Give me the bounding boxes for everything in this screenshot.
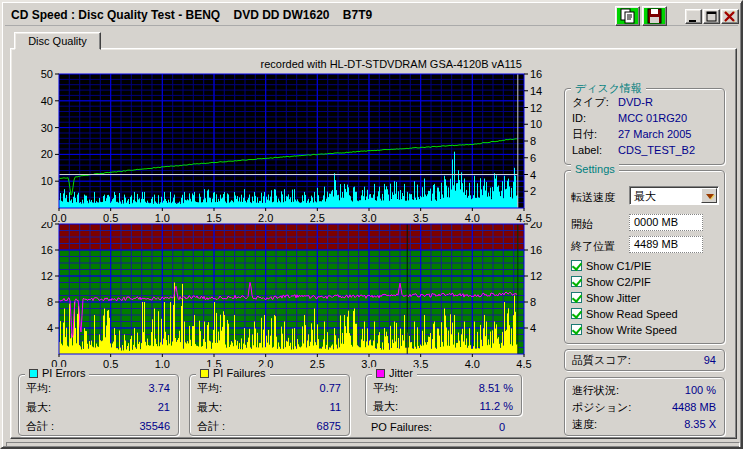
checkbox-show-c2-pif[interactable]: Show C2/PIF: [571, 275, 721, 289]
svg-text:10: 10: [41, 175, 53, 187]
pi-failures-stats-box: PI Failures 平均:0.77 最大:11 合計 :6875: [189, 374, 350, 436]
checkbox-checked-icon: [571, 260, 582, 271]
end-position-label: 終了位置: [571, 239, 615, 254]
settings-box: Settings 転送速度 最大 開始 0000 MB 終了位置 4489 MB…: [564, 170, 725, 344]
pi-errors-chart: 0.00.51.01.52.02.53.03.54.04.51020304050…: [14, 56, 559, 222]
svg-text:3.5: 3.5: [413, 212, 428, 222]
disc-info-row: ID:MCC 01RG20: [572, 110, 716, 126]
checkbox-show-write-speed[interactable]: Show Write Speed: [571, 323, 721, 337]
svg-text:2: 2: [530, 185, 536, 197]
svg-text:4.5: 4.5: [516, 212, 531, 222]
po-failures-row: PO Failures: 0: [371, 421, 513, 436]
svg-text:4: 4: [530, 322, 536, 334]
close-button[interactable]: [721, 9, 739, 24]
minimize-icon: [687, 11, 700, 22]
minimize-button[interactable]: [685, 9, 702, 24]
svg-text:1.0: 1.0: [155, 212, 170, 222]
checkbox-checked-icon: [571, 292, 582, 303]
checkbox-show-c1-pie[interactable]: Show C1/PIE: [571, 259, 721, 273]
checkbox-checked-icon: [571, 324, 582, 335]
jitter-legend: Jitter: [372, 367, 417, 379]
stat-row: 最大:11: [197, 399, 341, 415]
svg-text:12: 12: [41, 270, 53, 282]
svg-text:10: 10: [530, 118, 542, 130]
stat-row: 平均:0.77: [197, 380, 341, 396]
tab-label: Disc Quality: [28, 35, 87, 47]
stat-row: 合計 :35546: [26, 418, 170, 434]
svg-text:4: 4: [530, 169, 536, 181]
svg-text:3.0: 3.0: [361, 212, 376, 222]
combobox-dropdown-button[interactable]: [701, 188, 717, 203]
svg-text:40: 40: [41, 95, 53, 107]
tab-disc-quality[interactable]: Disc Quality: [14, 32, 101, 50]
checkbox-show-read-speed[interactable]: Show Read Speed: [571, 307, 721, 321]
checkbox-checked-icon: [571, 308, 582, 319]
pi-failures-color-swatch: [200, 369, 209, 378]
svg-text:2.0: 2.0: [258, 212, 273, 222]
svg-text:4: 4: [47, 322, 53, 334]
copy-button[interactable]: [615, 6, 640, 26]
svg-text:16: 16: [530, 68, 542, 80]
svg-text:1.0: 1.0: [155, 358, 170, 370]
chevron-down-icon: [706, 194, 714, 199]
progress-box: 進行状況:100 % ポジション:4488 MB 速度:8.35 X: [564, 377, 725, 436]
window-title: CD Speed : Disc Quality Test - BENQ DVD …: [11, 8, 372, 22]
svg-text:16: 16: [530, 244, 542, 256]
jitter-color-swatch: [376, 369, 385, 378]
svg-text:20: 20: [530, 222, 542, 230]
svg-text:30: 30: [41, 122, 53, 134]
svg-text:12: 12: [530, 102, 542, 114]
svg-text:8: 8: [530, 296, 536, 308]
save-icon: [644, 8, 665, 24]
po-failures-value: 0: [441, 421, 505, 433]
stat-row: 平均:3.74: [26, 380, 170, 396]
progress-row: ポジション:4488 MB: [572, 399, 716, 415]
checkbox-checked-icon: [571, 276, 582, 287]
close-icon: [723, 11, 737, 22]
svg-text:0.5: 0.5: [103, 212, 118, 222]
speed-combobox-value: 最大: [634, 189, 656, 204]
quality-score-box: 品質スコア:94: [564, 349, 725, 371]
status-bar: [6, 442, 740, 448]
svg-text:0.5: 0.5: [103, 358, 118, 370]
disc-info-row: Label:CDS_TEST_B2: [572, 142, 716, 158]
disc-info-row: タイプ:DVD-R: [572, 94, 716, 110]
disc-info-box: ディスク情報 タイプ:DVD-R ID:MCC 01RG20 日付:27 Mar…: [564, 88, 725, 165]
svg-text:20: 20: [41, 222, 53, 230]
maximize-button[interactable]: [703, 9, 720, 24]
svg-text:6: 6: [530, 152, 536, 164]
stat-row: 最大:11.2 %: [373, 398, 513, 414]
quality-score-row: 品質スコア:94: [572, 352, 716, 368]
svg-text:4.0: 4.0: [465, 212, 480, 222]
svg-text:50: 50: [41, 68, 53, 80]
progress-row: 進行状況:100 %: [572, 382, 716, 398]
svg-text:8: 8: [47, 296, 53, 308]
copy-icon: [617, 8, 638, 24]
svg-text:8: 8: [530, 135, 536, 147]
checkbox-show-jitter[interactable]: Show Jitter: [571, 291, 721, 305]
speed-label: 転送速度: [571, 190, 615, 205]
svg-text:14: 14: [530, 85, 542, 97]
progress-row: 速度:8.35 X: [572, 416, 716, 432]
titlebar: CD Speed : Disc Quality Test - BENQ DVD …: [5, 5, 738, 26]
pi-errors-stats-box: PI Errors 平均:3.74 最大:21 合計 :35546: [18, 374, 179, 436]
svg-text:2.5: 2.5: [310, 212, 325, 222]
stat-row: 最大:21: [26, 399, 170, 415]
svg-text:20: 20: [41, 148, 53, 160]
app-window: CD Speed : Disc Quality Test - BENQ DVD …: [0, 0, 743, 449]
svg-text:2.5: 2.5: [310, 358, 325, 370]
stat-row: 平均:8.51 %: [373, 380, 513, 396]
svg-text:12: 12: [530, 270, 542, 282]
disc-info-row: 日付:27 March 2005: [572, 126, 716, 142]
end-position-field[interactable]: 4489 MB: [629, 236, 703, 253]
pi-errors-color-swatch: [29, 369, 38, 378]
save-button[interactable]: [642, 6, 667, 26]
settings-title: Settings: [571, 163, 619, 175]
jitter-stats-box: Jitter 平均:8.51 % 最大:11.2 %: [365, 374, 522, 416]
svg-text:0.0: 0.0: [51, 212, 66, 222]
start-position-field[interactable]: 0000 MB: [629, 214, 703, 231]
stat-row: 合計 :6875: [197, 418, 341, 434]
svg-text:4.0: 4.0: [465, 358, 480, 370]
pi-failures-jitter-chart: 0.00.51.01.52.02.53.03.54.04.54812162048…: [14, 222, 559, 370]
speed-combobox[interactable]: 最大: [629, 186, 719, 205]
